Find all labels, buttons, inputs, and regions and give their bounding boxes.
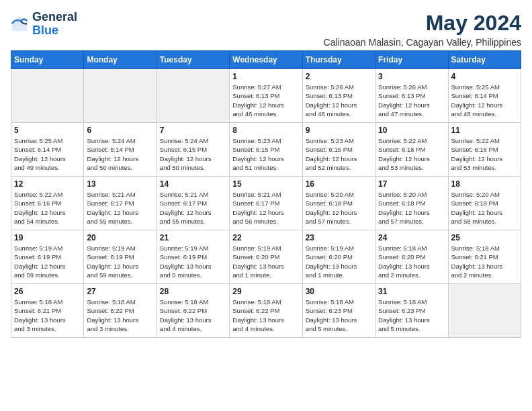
calendar-day-cell: 26Sunrise: 5:18 AM Sunset: 6:21 PM Dayli…	[11, 284, 84, 338]
calendar-week-row: 26Sunrise: 5:18 AM Sunset: 6:21 PM Dayli…	[11, 284, 521, 338]
day-number: 21	[160, 233, 226, 242]
calendar-day-cell: 12Sunrise: 5:22 AM Sunset: 6:16 PM Dayli…	[11, 177, 84, 230]
calendar-table: SundayMondayTuesdayWednesdayThursdayFrid…	[11, 50, 521, 338]
calendar-day-cell: 22Sunrise: 5:19 AM Sunset: 6:20 PM Dayli…	[230, 230, 302, 284]
day-number: 23	[306, 233, 372, 242]
calendar-week-row: 19Sunrise: 5:19 AM Sunset: 6:19 PM Dayli…	[11, 230, 521, 284]
day-info: Sunrise: 5:18 AM Sunset: 6:22 PM Dayligh…	[87, 298, 153, 333]
day-info: Sunrise: 5:22 AM Sunset: 6:16 PM Dayligh…	[378, 136, 445, 172]
calendar-day-cell: 11Sunrise: 5:22 AM Sunset: 6:16 PM Dayli…	[448, 123, 521, 177]
day-info: Sunrise: 5:22 AM Sunset: 6:16 PM Dayligh…	[14, 190, 81, 226]
day-number: 27	[87, 287, 153, 296]
calendar-day-cell: 14Sunrise: 5:21 AM Sunset: 6:17 PM Dayli…	[157, 177, 229, 230]
day-info: Sunrise: 5:18 AM Sunset: 6:21 PM Dayligh…	[14, 298, 81, 333]
day-info: Sunrise: 5:20 AM Sunset: 6:18 PM Dayligh…	[451, 190, 518, 226]
day-info: Sunrise: 5:24 AM Sunset: 6:14 PM Dayligh…	[87, 136, 153, 172]
day-info: Sunrise: 5:18 AM Sunset: 6:23 PM Dayligh…	[306, 298, 372, 333]
day-number: 5	[14, 126, 81, 135]
calendar-day-cell: 6Sunrise: 5:24 AM Sunset: 6:14 PM Daylig…	[84, 123, 157, 177]
month-title: May 2024	[324, 11, 521, 36]
calendar-day-cell: 1Sunrise: 5:27 AM Sunset: 6:13 PM Daylig…	[230, 69, 302, 123]
day-info: Sunrise: 5:19 AM Sunset: 6:19 PM Dayligh…	[87, 244, 153, 279]
calendar-day-cell: 7Sunrise: 5:24 AM Sunset: 6:15 PM Daylig…	[157, 123, 229, 177]
day-number: 18	[451, 179, 518, 189]
calendar-day-cell: 10Sunrise: 5:22 AM Sunset: 6:16 PM Dayli…	[375, 123, 448, 177]
day-info: Sunrise: 5:19 AM Sunset: 6:20 PM Dayligh…	[306, 244, 372, 279]
day-number: 6	[87, 126, 153, 135]
day-number: 13	[87, 179, 153, 189]
calendar-day-cell	[11, 69, 84, 123]
day-number: 7	[160, 126, 226, 135]
calendar-week-row: 1Sunrise: 5:27 AM Sunset: 6:13 PM Daylig…	[11, 69, 521, 123]
day-info: Sunrise: 5:18 AM Sunset: 6:20 PM Dayligh…	[378, 244, 445, 279]
day-number: 4	[451, 72, 518, 81]
day-info: Sunrise: 5:21 AM Sunset: 6:17 PM Dayligh…	[232, 190, 299, 226]
day-number: 12	[14, 179, 81, 189]
day-info: Sunrise: 5:27 AM Sunset: 6:13 PM Dayligh…	[232, 83, 299, 118]
day-number: 31	[378, 287, 445, 296]
day-info: Sunrise: 5:18 AM Sunset: 6:21 PM Dayligh…	[451, 244, 518, 279]
calendar-day-cell: 16Sunrise: 5:20 AM Sunset: 6:18 PM Dayli…	[302, 177, 375, 230]
day-number: 30	[306, 287, 372, 296]
calendar-day-cell: 17Sunrise: 5:20 AM Sunset: 6:18 PM Dayli…	[375, 177, 448, 230]
calendar-day-cell: 2Sunrise: 5:26 AM Sunset: 6:13 PM Daylig…	[302, 69, 375, 123]
calendar-day-cell: 23Sunrise: 5:19 AM Sunset: 6:20 PM Dayli…	[302, 230, 375, 284]
page-header: General Blue May 2024 Calinaoan Malasin,…	[11, 11, 521, 48]
day-info: Sunrise: 5:18 AM Sunset: 6:22 PM Dayligh…	[232, 298, 299, 333]
calendar-day-cell: 8Sunrise: 5:23 AM Sunset: 6:15 PM Daylig…	[230, 123, 302, 177]
day-number: 28	[160, 287, 226, 296]
calendar-week-row: 12Sunrise: 5:22 AM Sunset: 6:16 PM Dayli…	[11, 177, 521, 230]
day-info: Sunrise: 5:24 AM Sunset: 6:15 PM Dayligh…	[160, 136, 226, 172]
calendar-day-cell	[84, 69, 157, 123]
day-number: 26	[14, 287, 81, 296]
day-number: 19	[14, 233, 81, 242]
day-info: Sunrise: 5:26 AM Sunset: 6:13 PM Dayligh…	[378, 83, 445, 118]
logo-icon	[11, 15, 30, 34]
day-number: 17	[378, 179, 445, 189]
location: Calinaoan Malasin, Cagayan Valley, Phili…	[324, 37, 521, 48]
weekday-header: Monday	[84, 51, 157, 69]
day-number: 2	[306, 72, 372, 81]
day-number: 25	[451, 233, 518, 242]
weekday-header: Sunday	[11, 51, 84, 69]
calendar-body: 1Sunrise: 5:27 AM Sunset: 6:13 PM Daylig…	[11, 69, 521, 338]
day-number: 22	[232, 233, 299, 242]
day-info: Sunrise: 5:21 AM Sunset: 6:17 PM Dayligh…	[160, 190, 226, 226]
day-number: 24	[378, 233, 445, 242]
calendar-day-cell: 4Sunrise: 5:25 AM Sunset: 6:14 PM Daylig…	[448, 69, 521, 123]
calendar-day-cell: 28Sunrise: 5:18 AM Sunset: 6:22 PM Dayli…	[157, 284, 229, 338]
day-info: Sunrise: 5:22 AM Sunset: 6:16 PM Dayligh…	[451, 136, 518, 172]
weekday-header: Saturday	[448, 51, 521, 69]
day-info: Sunrise: 5:21 AM Sunset: 6:17 PM Dayligh…	[87, 190, 153, 226]
day-number: 8	[232, 126, 299, 135]
day-number: 20	[87, 233, 153, 242]
calendar-day-cell: 5Sunrise: 5:25 AM Sunset: 6:14 PM Daylig…	[11, 123, 84, 177]
calendar-day-cell: 9Sunrise: 5:23 AM Sunset: 6:15 PM Daylig…	[302, 123, 375, 177]
day-number: 3	[378, 72, 445, 81]
calendar-day-cell: 20Sunrise: 5:19 AM Sunset: 6:19 PM Dayli…	[84, 230, 157, 284]
calendar-day-cell: 19Sunrise: 5:19 AM Sunset: 6:19 PM Dayli…	[11, 230, 84, 284]
day-number: 14	[160, 179, 226, 189]
day-info: Sunrise: 5:23 AM Sunset: 6:15 PM Dayligh…	[306, 136, 372, 172]
calendar-day-cell: 27Sunrise: 5:18 AM Sunset: 6:22 PM Dayli…	[84, 284, 157, 338]
calendar-day-cell	[448, 284, 521, 338]
day-info: Sunrise: 5:20 AM Sunset: 6:18 PM Dayligh…	[378, 190, 445, 226]
day-info: Sunrise: 5:19 AM Sunset: 6:20 PM Dayligh…	[232, 244, 299, 279]
day-number: 11	[451, 126, 518, 135]
calendar-day-cell: 21Sunrise: 5:19 AM Sunset: 6:19 PM Dayli…	[157, 230, 229, 284]
calendar-day-cell: 30Sunrise: 5:18 AM Sunset: 6:23 PM Dayli…	[302, 284, 375, 338]
weekday-header: Wednesday	[230, 51, 302, 69]
calendar-header: SundayMondayTuesdayWednesdayThursdayFrid…	[11, 51, 521, 69]
day-number: 16	[306, 179, 372, 189]
day-info: Sunrise: 5:19 AM Sunset: 6:19 PM Dayligh…	[160, 244, 226, 279]
weekday-header: Thursday	[302, 51, 375, 69]
calendar-day-cell: 13Sunrise: 5:21 AM Sunset: 6:17 PM Dayli…	[84, 177, 157, 230]
calendar-day-cell: 29Sunrise: 5:18 AM Sunset: 6:22 PM Dayli…	[230, 284, 302, 338]
day-number: 9	[306, 126, 372, 135]
title-block: May 2024 Calinaoan Malasin, Cagayan Vall…	[324, 11, 521, 48]
logo: General Blue	[11, 11, 77, 38]
day-info: Sunrise: 5:26 AM Sunset: 6:13 PM Dayligh…	[306, 83, 372, 118]
day-number: 15	[232, 179, 299, 189]
day-number: 1	[232, 72, 299, 81]
calendar-day-cell: 3Sunrise: 5:26 AM Sunset: 6:13 PM Daylig…	[375, 69, 448, 123]
